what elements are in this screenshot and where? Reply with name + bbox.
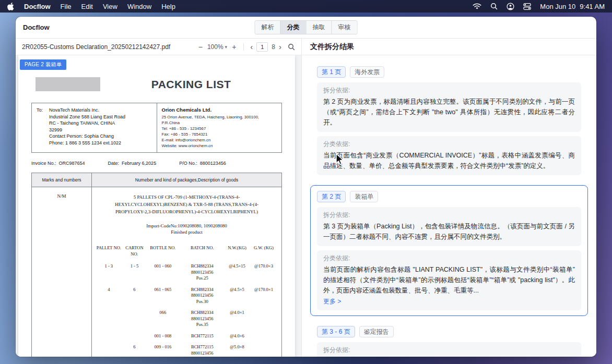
menu-file[interactable]: File [61, 3, 72, 10]
class-basis-label: 分类依据: [323, 140, 575, 149]
spotlight-search-icon[interactable] [490, 3, 498, 10]
po-no-label: P/O No.: [179, 161, 197, 166]
cell-nw: @4.5×15 [225, 261, 249, 284]
description-column-header: Numeber and kind of packages,Description… [92, 173, 282, 187]
cell-pallet: 1 - 3 [95, 261, 123, 284]
doc-type-tag: 鉴定报告 [359, 326, 394, 337]
document-header: PACKING LIST [31, 55, 282, 91]
menubar-app-name[interactable]: Docflow [24, 3, 51, 10]
search-icon[interactable] [288, 43, 295, 51]
cell-nw: @4.0×1 [225, 307, 249, 331]
zoom-out-button[interactable]: − [197, 43, 204, 51]
tab-review[interactable]: 审核 [332, 21, 357, 34]
toolbar-divider [243, 43, 244, 51]
import-code: Import-CodeNo:1090208080, 1090208080 [95, 223, 278, 228]
split-basis-label: 拆分依据: [323, 346, 575, 355]
pdf-pane: 2R02055-Customs Declaration_202502121424… [16, 39, 302, 357]
invoice-no-label: Invoice No.: [31, 161, 56, 166]
cell-gw [249, 342, 278, 357]
to-label: To: [37, 107, 46, 146]
class-basis-block: 分类依据: 当前页面的解析内容包含标题 "LIANT PACKING LIST"… [317, 250, 581, 310]
po-no-value: 8800123456 [200, 161, 226, 166]
split-basis-text: 第 2 页为商业发票，标题清晰且内容独立完整。该页面属于不同类别的文件，与前一页… [323, 96, 575, 128]
user-account-icon[interactable] [507, 3, 514, 10]
cell-nw: @4.0×6 [225, 331, 249, 342]
page-badge: PAGE 2 装箱单 [20, 59, 66, 70]
packing-row: 4 6 061 - 065 BCH882334 8800123456 Pos.3… [95, 284, 278, 308]
packing-row: 066 BCH882334 8800123456 Pos.35 @4.0×1 [95, 307, 278, 331]
results-pane: 文件拆分结果 第 1 页 海外发票 拆分依据: 第 2 页为商业发票，标题清晰且… [302, 39, 596, 357]
invoice-meta-row: Invoice No.: ORC987654 Date: February 6,… [31, 161, 282, 166]
split-basis-label: 拆分依据: [323, 86, 575, 95]
marks-column-header: Marks and numbers [32, 173, 92, 187]
col-batch-header: BATCH NO. [179, 242, 225, 261]
pdf-filename: 2R02055-Customs Declaration_202502121424… [22, 43, 191, 51]
next-page-button[interactable]: › [279, 43, 281, 51]
apple-menu-icon[interactable] [7, 3, 14, 10]
cell-gw [249, 307, 278, 331]
page-navigation: ‹ 8 › [250, 42, 281, 52]
control-center-icon[interactable] [523, 3, 531, 10]
result-card-pages-3-6[interactable]: 第 3 - 6 页 鉴定报告 拆分依据: 第 6 页有独立标题“危险品航空运输鉴… [310, 320, 588, 357]
document-page: PACKING LIST To: NovaTech Materials Inc.… [18, 55, 295, 357]
zoom-level-value: 100% [207, 43, 223, 51]
document-title: PACKING LIST [100, 78, 282, 91]
tab-classify[interactable]: 分类 [280, 21, 306, 34]
result-card-page-1[interactable]: 第 1 页 海外发票 拆分依据: 第 2 页为商业发票，标题清晰且内容独立完整。… [310, 60, 588, 181]
goods-description: 5 PALLETS OF CPL-709 (1-METHOXY-4-(TRANS… [95, 193, 278, 215]
menu-edit[interactable]: Edit [81, 3, 93, 10]
shipper-name: Orion Chemicals Ltd. [162, 107, 277, 113]
page-number-input[interactable] [256, 42, 268, 52]
menubar-clock[interactable]: Mon Jun 10 9:41 AM [540, 3, 605, 10]
col-gw-header: G.W. (KG) [249, 242, 278, 261]
col-pallet-header: PALLET NO. [95, 242, 123, 261]
page-range-badge: 第 2 页 [317, 191, 346, 202]
doc-type-tag: 海外发票 [350, 66, 384, 78]
menu-help[interactable]: Help [161, 3, 175, 10]
result-card-page-2[interactable]: 第 2 页 装箱单 拆分依据: 第 3 页为装箱单（Packing List），… [310, 185, 588, 316]
zoom-controls: − 100% ▾ + [197, 43, 238, 51]
pdf-viewport[interactable]: PAGE 2 装箱单 PACKING LIST To: [16, 55, 301, 357]
prev-page-button[interactable]: ‹ [250, 43, 253, 51]
cell-carton [123, 307, 147, 331]
zoom-in-button[interactable]: + [231, 43, 237, 51]
tab-extract[interactable]: 抽取 [306, 21, 332, 34]
class-basis-block: 分类依据: 当前页面包含“商业发票（COMMERCIAL INVOICE）”标题… [317, 136, 581, 175]
shipper-address: 25 Orion Avenue, TEDA, Haicheng, Liaonin… [162, 114, 277, 149]
menu-view[interactable]: View [103, 3, 117, 10]
packing-row: 001 - 008 BCH772115 @4.0×6 [95, 331, 278, 342]
more-link[interactable]: 更多 > [323, 297, 341, 306]
page-range-badge: 第 3 - 6 页 [317, 326, 355, 337]
split-basis-text: 第 6 页有独立标题“危险品航空运输鉴定报告（Identification Re… [323, 356, 575, 357]
description-cell: 5 PALLETS OF CPL-709 (1-METHOXY-4-(TRANS… [92, 187, 282, 357]
cell-bottle: 001 - 060 [146, 261, 179, 284]
col-carton-header: CARTON NO. [123, 242, 147, 261]
window-header: Docflow 解析 分类 抽取 审核 [16, 17, 596, 39]
class-basis-text: 当前页面包含“商业发票（COMMERCIAL INVOICE）”标题，表格中涵盖… [323, 150, 575, 171]
packing-row: 6 009 - 016 BCH772115 8800123456 Pos.40 … [95, 342, 278, 357]
result-cards: 第 1 页 海外发票 拆分依据: 第 2 页为商业发票，标题清晰且内容独立完整。… [302, 55, 596, 357]
docflow-window: Docflow 解析 分类 抽取 审核 2R02055-Customs Decl… [16, 17, 596, 357]
page-total: 8 [272, 43, 275, 51]
col-nw-header: N.W.(KG) [225, 242, 249, 261]
split-basis-block: 拆分依据: 第 2 页为商业发票，标题清晰且内容独立完整。该页面属于不同类别的文… [317, 82, 581, 132]
cell-gw: @170.0×3 [249, 261, 278, 284]
cell-bottle: 009 - 016 [146, 342, 179, 357]
menubar-date: Mon Jun 10 [540, 3, 575, 10]
menu-window[interactable]: Window [127, 3, 151, 10]
zoom-level-dropdown[interactable]: 100% ▾ [207, 43, 227, 51]
marks-value: N/M [32, 187, 92, 357]
split-basis-text: 第 3 页为装箱单（Packing List），包含包装详情及物流信息。（该页面… [323, 221, 575, 242]
cell-bottle: 066 [146, 307, 179, 331]
cell-pallet: 4 [95, 284, 123, 308]
cell-batch: BCH882334 8800123456 Pos.30 [179, 284, 225, 308]
tab-parse[interactable]: 解析 [255, 21, 280, 34]
cell-batch: BCH772115 8800123456 Pos.40 [179, 342, 225, 357]
cell-carton: 1 - 5 [123, 261, 147, 284]
results-title: 文件拆分结果 [302, 39, 596, 55]
wifi-icon[interactable] [473, 3, 481, 10]
menu-bar: Docflow File Edit View Window Help Mon J… [0, 0, 612, 13]
cell-batch: BCH882334 8800123456 Pos.35 [179, 307, 225, 331]
cell-nw: @5.0×8 [225, 342, 249, 357]
packing-detail-table: PALLET NO. CARTON NO. BOTTLE NO. BATCH N… [95, 242, 278, 357]
